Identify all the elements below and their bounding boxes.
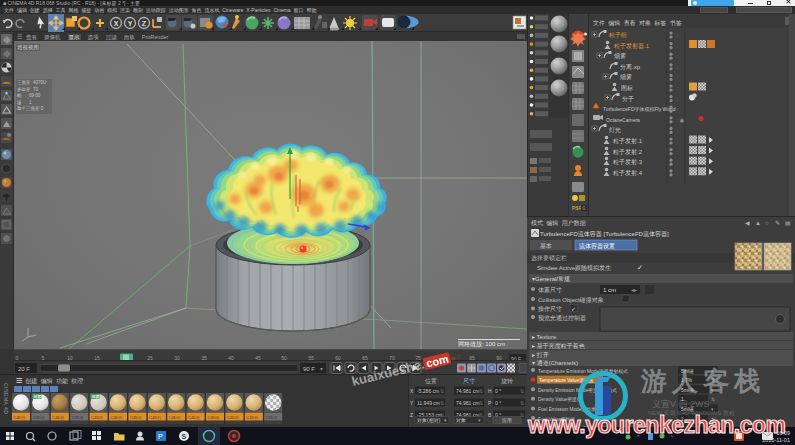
svg-text:⇅: ⇅ bbox=[520, 388, 524, 394]
svg-text::: : bbox=[677, 74, 678, 80]
svg-text:⇅: ⇅ bbox=[479, 388, 483, 394]
svg-text:✓: ✓ bbox=[571, 306, 576, 312]
svg-text:H: H bbox=[488, 388, 492, 394]
svg-text:Density Value密度值: Density Value密度值 bbox=[538, 396, 582, 403]
svg-text:S: S bbox=[182, 433, 187, 440]
svg-text:▸ Texture: ▸ Texture bbox=[532, 334, 557, 340]
svg-text:▸ 打开: ▸ 打开 bbox=[532, 352, 549, 359]
svg-text:▤: ▤ bbox=[785, 220, 791, 226]
svg-text:B: B bbox=[488, 412, 492, 418]
svg-text:Y: Y bbox=[410, 400, 414, 406]
svg-text::: : bbox=[677, 106, 678, 112]
svg-text:文件 编辑 查看 对象 标签 书签: 文件 编辑 查看 对象 标签 书签 bbox=[593, 19, 682, 27]
svg-text::: : bbox=[677, 149, 678, 155]
svg-text::: : bbox=[677, 127, 678, 133]
svg-text:0: 0 bbox=[583, 205, 586, 211]
svg-text:C4D云: C4D云 bbox=[72, 415, 84, 420]
svg-text:C4D云: C4D云 bbox=[52, 415, 64, 420]
svg-text:P: P bbox=[158, 433, 163, 440]
svg-text:▾: ▾ bbox=[320, 366, 323, 372]
svg-text:20 F: 20 F bbox=[18, 366, 30, 372]
svg-text:对象(相对): 对象(相对) bbox=[417, 417, 441, 423]
svg-text:应用: 应用 bbox=[502, 417, 512, 424]
svg-text:灯光: 灯光 bbox=[609, 127, 621, 134]
svg-text:OctaneCamera: OctaneCamera bbox=[606, 117, 640, 123]
svg-text:旋转: 旋转 bbox=[501, 378, 513, 385]
svg-text:C4D云: C4D云 bbox=[14, 415, 26, 420]
svg-text:位置: 位置 bbox=[425, 378, 437, 384]
svg-text:C4D云: C4D云 bbox=[227, 415, 239, 420]
svg-text:▸ 基于亮度粒子着色: ▸ 基于亮度粒子着色 bbox=[532, 342, 586, 350]
svg-text:C4D云: C4D云 bbox=[266, 415, 278, 420]
svg-text:X: X bbox=[114, 20, 119, 27]
svg-text:分子: 分子 bbox=[622, 95, 634, 103]
svg-text:74.981 cm: 74.981 cm bbox=[456, 388, 479, 394]
svg-text:C4D云: C4D云 bbox=[188, 415, 200, 420]
svg-text:C4D云: C4D云 bbox=[169, 415, 181, 420]
svg-text:0 °: 0 ° bbox=[495, 388, 501, 394]
svg-text:烟雾: 烟雾 bbox=[33, 394, 41, 399]
svg-text::: : bbox=[677, 64, 678, 70]
svg-text:TurbulenceFD流体容器 [TurbulenceFD: TurbulenceFD流体容器 [TurbulenceFD流体容器] bbox=[540, 230, 669, 238]
svg-text:1 cm: 1 cm bbox=[603, 287, 616, 293]
svg-text::: : bbox=[677, 170, 678, 176]
svg-text:90 F: 90 F bbox=[303, 366, 315, 372]
svg-text::: : bbox=[677, 32, 678, 38]
svg-text::: : bbox=[677, 138, 678, 144]
svg-text::: : bbox=[677, 159, 678, 165]
svg-text:⇅: ⇅ bbox=[520, 400, 524, 406]
svg-text:74.981 cm: 74.981 cm bbox=[456, 400, 479, 406]
svg-text:◀: ◀ bbox=[745, 220, 750, 226]
svg-text:粒子发射.1: 粒子发射.1 bbox=[613, 137, 643, 145]
svg-text:选择要锁定栏: 选择要锁定栏 bbox=[531, 254, 567, 262]
svg-text:✓: ✓ bbox=[637, 264, 643, 271]
svg-text:▲: ▲ bbox=[755, 220, 761, 226]
svg-text::: : bbox=[677, 96, 678, 102]
svg-text:0 °: 0 ° bbox=[495, 400, 501, 406]
svg-text:粒子发射器.1: 粒子发射器.1 bbox=[614, 42, 650, 50]
svg-text:C4D云: C4D云 bbox=[91, 415, 103, 420]
svg-text:粒子组: 粒子组 bbox=[609, 31, 627, 39]
svg-text:⇅: ⇅ bbox=[440, 400, 444, 406]
svg-text:Z: Z bbox=[142, 20, 147, 27]
svg-text:▾ 通道(Channels): ▾ 通道(Channels) bbox=[532, 359, 578, 366]
svg-text:粒子发射.3: 粒子发射.3 bbox=[613, 158, 643, 166]
svg-text:C4D云: C4D云 bbox=[130, 415, 142, 420]
svg-text:X: X bbox=[410, 388, 414, 394]
svg-text::: : bbox=[677, 43, 678, 49]
svg-text:C4D云: C4D云 bbox=[149, 415, 161, 420]
svg-text:TurbulenceFD字体模拟Fly World: TurbulenceFD字体模拟Fly World bbox=[603, 106, 676, 112]
svg-text:C4D云: C4D云 bbox=[33, 415, 45, 420]
svg-text:C4D云: C4D云 bbox=[208, 415, 220, 420]
svg-text:▾General/常规: ▾General/常规 bbox=[532, 275, 570, 283]
svg-text:分离.xp: 分离.xp bbox=[620, 63, 641, 70]
svg-text:体素尺寸: 体素尺寸 bbox=[538, 287, 562, 293]
svg-text:⇅: ⇅ bbox=[479, 400, 483, 406]
svg-text:☰ 创建 编辑 功能 纹理: ☰ 创建 编辑 功能 纹理 bbox=[16, 378, 83, 385]
svg-text:操作尺寸: 操作尺寸 bbox=[538, 305, 562, 312]
svg-text:对象: 对象 bbox=[456, 417, 466, 423]
svg-text:尺寸: 尺寸 bbox=[463, 378, 475, 384]
svg-text:P: P bbox=[488, 400, 492, 406]
svg-text:11.949 cm: 11.949 cm bbox=[417, 400, 440, 406]
svg-text:C4D云: C4D云 bbox=[111, 415, 123, 420]
svg-text:✎: ✎ bbox=[775, 220, 780, 226]
svg-text:Z: Z bbox=[410, 412, 413, 418]
svg-text:模式 编辑 用户数据: 模式 编辑 用户数据 bbox=[531, 219, 586, 227]
svg-text:◂▸: ◂▸ bbox=[631, 287, 637, 293]
svg-text:Simdee Active跟随模拟发生: Simdee Active跟随模拟发生 bbox=[537, 264, 611, 272]
svg-text:粒子发射.4: 粒子发射.4 bbox=[613, 169, 643, 177]
svg-text:烟雾: 烟雾 bbox=[614, 53, 626, 60]
svg-text:: ◉: : ◉ bbox=[677, 117, 684, 123]
svg-text:Y: Y bbox=[128, 20, 133, 27]
svg-text:基本: 基本 bbox=[540, 243, 552, 249]
svg-text:预览光通过控制器: 预览光通过控制器 bbox=[538, 314, 586, 322]
svg-text:⇅: ⇅ bbox=[440, 388, 444, 394]
svg-text:烟雾: 烟雾 bbox=[92, 394, 100, 399]
svg-text:图标: 图标 bbox=[621, 85, 633, 92]
svg-text:○: ○ bbox=[765, 220, 769, 226]
svg-text::: : bbox=[677, 85, 678, 91]
svg-text::: : bbox=[677, 53, 678, 59]
svg-text:Collision Object碰撞对象: Collision Object碰撞对象 bbox=[538, 297, 604, 304]
svg-text:烟雾: 烟雾 bbox=[620, 74, 632, 81]
